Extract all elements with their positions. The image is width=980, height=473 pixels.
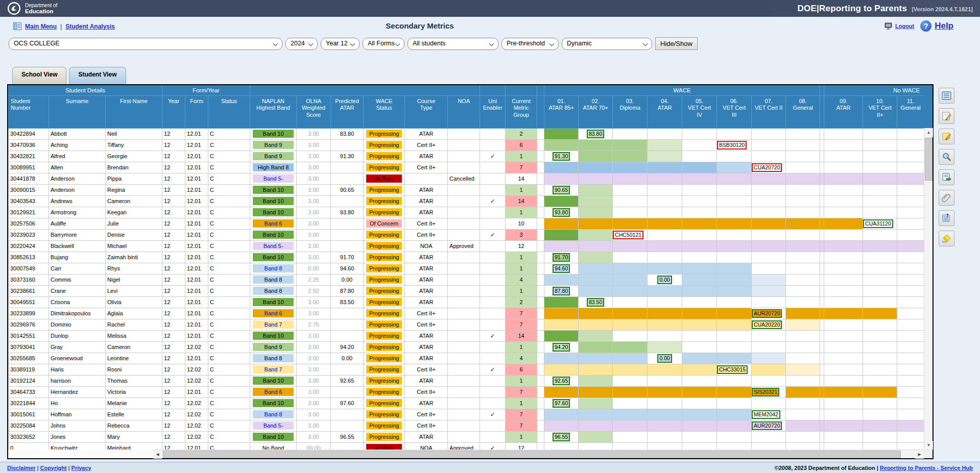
separator-cell[interactable] [537, 319, 544, 330]
cell-surname[interactable]: Commis [49, 274, 106, 285]
cell-wace-7[interactable] [752, 151, 786, 162]
separator-cell[interactable] [537, 263, 544, 274]
cell-form[interactable]: 12.01 [185, 296, 208, 308]
cell-year[interactable]: 12 [162, 263, 185, 274]
cell-student-number[interactable]: 30373160 [9, 274, 49, 285]
threshold-select[interactable]: Pre-threshold [501, 38, 559, 50]
cell-wace-4[interactable] [648, 397, 682, 409]
cell-wace-7[interactable] [752, 431, 786, 442]
cell-predicted-atar[interactable] [331, 229, 364, 240]
student-row[interactable]: 30323652JonesMary1212.02CBand 103.0096.5… [9, 431, 924, 442]
separator-cell[interactable] [820, 162, 824, 173]
cell-noa[interactable] [448, 330, 480, 341]
cell-course-type[interactable]: Cert II+ [405, 308, 448, 319]
cell-course-type[interactable]: NOA [405, 240, 448, 252]
cell-wace-3[interactable] [613, 128, 648, 139]
cell-wace-status[interactable]: Progressing [364, 330, 405, 341]
cell-wace-2[interactable] [579, 409, 613, 420]
cell-year[interactable]: 12 [162, 195, 185, 207]
cell-wace-6[interactable]: BSB30120 [717, 139, 752, 151]
cell-wace-4[interactable] [648, 386, 682, 397]
cell-wace-10[interactable] [863, 386, 897, 397]
cell-predicted-atar[interactable]: 91.70 [331, 252, 364, 263]
cell-course-type[interactable]: ATAR [405, 128, 448, 139]
cell-surname[interactable]: Anderson [49, 173, 106, 184]
cell-wace-status[interactable]: Progressing [364, 353, 405, 364]
student-row[interactable]: 30255685GroenewoudLeontine1212.01CBand 8… [9, 353, 924, 364]
cell-wace-5[interactable] [682, 397, 717, 409]
cell-naplan-band[interactable]: Band 5- [250, 240, 297, 252]
cell-uni-enabler[interactable] [480, 139, 506, 151]
cell-wace-10[interactable] [863, 397, 897, 409]
cell-wace-8[interactable] [786, 263, 820, 274]
cell-uni-enabler[interactable] [480, 353, 506, 364]
cell-student-number[interactable]: 30323652 [9, 431, 49, 442]
cell-wace-10[interactable] [863, 274, 897, 285]
cell-student-number[interactable]: 30233899 [9, 308, 49, 319]
cell-wace-3[interactable] [613, 240, 648, 252]
cell-predicted-atar[interactable]: 96.55 [331, 431, 364, 442]
cell-student-number[interactable]: 30470936 [9, 139, 49, 151]
cell-wace-2[interactable] [579, 151, 613, 162]
cell-wace-3[interactable] [613, 296, 648, 308]
cell-naplan-band[interactable]: Band 8 [250, 274, 297, 285]
scroll-right-button[interactable]: ▶ [915, 450, 924, 459]
cell-wace-4[interactable] [648, 319, 682, 330]
cell-year[interactable]: 12 [162, 128, 185, 139]
cell-wace-2[interactable] [579, 139, 613, 151]
cell-status[interactable]: C [208, 420, 250, 431]
cell-form[interactable]: 12.01 [185, 263, 208, 274]
cell-wace-3[interactable] [613, 285, 648, 296]
cell-wace-4[interactable] [648, 330, 682, 341]
cell-wace-11[interactable] [897, 308, 924, 319]
cell-wace-9[interactable] [824, 274, 863, 285]
cell-wace-status[interactable]: Progressing [364, 184, 405, 195]
cell-wace-5[interactable] [682, 218, 717, 229]
cell-wace-11[interactable] [897, 386, 924, 397]
cell-noa[interactable] [448, 263, 480, 274]
cell-predicted-atar[interactable] [331, 420, 364, 431]
cell-student-number[interactable]: 30422894 [9, 128, 49, 139]
cell-wace-status[interactable]: Progressing [364, 139, 405, 151]
cell-form[interactable]: 12.01 [185, 308, 208, 319]
cell-wace-2[interactable] [579, 240, 613, 252]
cell-year[interactable]: 12 [162, 162, 185, 173]
student-row[interactable]: 0KruschwitzMeinhard1212.01CNo Band99.00A… [9, 442, 924, 450]
cell-wace-8[interactable] [786, 151, 820, 162]
cell-olna[interactable]: 3.00 [297, 364, 331, 375]
cell-status[interactable]: C [208, 162, 250, 173]
cell-noa[interactable] [448, 397, 480, 409]
cell-uni-enabler[interactable]: ✓ [480, 330, 506, 341]
cell-form[interactable]: 12.01 [185, 207, 208, 218]
cell-wace-5[interactable] [682, 341, 717, 353]
cell-uni-enabler[interactable]: ✓ [480, 409, 506, 420]
cell-wace-7[interactable] [752, 442, 786, 450]
cell-surname[interactable]: Crane [49, 285, 106, 296]
cell-status[interactable]: C [208, 207, 250, 218]
cell-metric-group[interactable]: 14 [506, 195, 537, 207]
cell-metric-group[interactable]: 1 [506, 375, 537, 386]
cell-predicted-atar[interactable] [331, 409, 364, 420]
cell-wace-2[interactable] [579, 195, 613, 207]
student-row[interactable]: 30220424BlackwellMichael1212.01CBand 5-3… [9, 240, 924, 252]
cell-wace-status[interactable]: Progressing [364, 151, 405, 162]
cell-wace-11[interactable] [897, 375, 924, 386]
cell-wace-9[interactable] [824, 285, 863, 296]
cell-wace-1[interactable] [544, 353, 579, 364]
separator-cell[interactable] [820, 285, 824, 296]
cell-wace-11[interactable] [897, 353, 924, 364]
cell-wace-10[interactable] [863, 409, 897, 420]
cell-year[interactable]: 12 [162, 184, 185, 195]
cell-uni-enabler[interactable]: ✓ [480, 229, 506, 240]
cell-course-type[interactable]: ATAR [405, 207, 448, 218]
cell-predicted-atar[interactable] [331, 330, 364, 341]
cell-predicted-atar[interactable]: 0.00 [331, 353, 364, 364]
cell-status[interactable]: C [208, 397, 250, 409]
cell-wace-10[interactable] [863, 364, 897, 375]
cell-noa[interactable] [448, 128, 480, 139]
cell-status[interactable]: C [208, 330, 250, 341]
cell-wace-status[interactable]: Progressing [364, 319, 405, 330]
separator-cell[interactable] [537, 184, 544, 195]
cell-wace-1[interactable] [544, 195, 579, 207]
separator-cell[interactable] [820, 151, 824, 162]
